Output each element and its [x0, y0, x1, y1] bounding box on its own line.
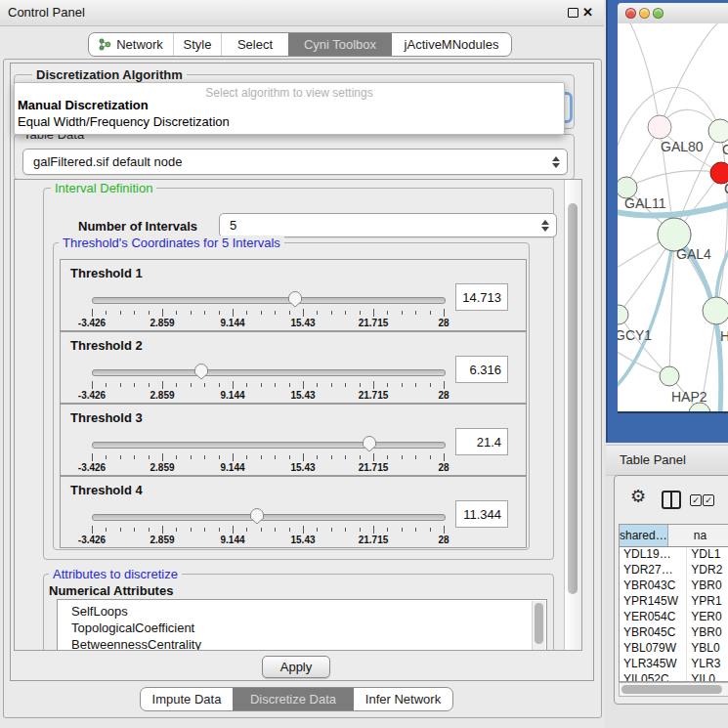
close-traffic-light-icon[interactable] [625, 8, 636, 19]
network-node[interactable] [618, 305, 628, 324]
attributes-group: Attributes to discretize Numerical Attri… [43, 574, 554, 651]
network-node[interactable] [648, 115, 671, 139]
network-canvas[interactable]: GAL80GACGAL11GAL4HGCY1HAP2 [618, 23, 728, 411]
network-window-titlebar [618, 3, 728, 24]
network-node[interactable] [660, 366, 679, 386]
column-header-shared[interactable]: shared… [620, 525, 668, 546]
tab-network-label: Network [116, 33, 163, 56]
bottom-tab-bar: Impute Data Discretize Data Infer Networ… [140, 687, 453, 711]
tab-discretize-data[interactable]: Discretize Data [233, 688, 353, 710]
popup-item-equal-width[interactable]: Equal Width/Frequency Discretization [18, 114, 230, 129]
network-icon [99, 38, 111, 51]
node-table[interactable]: shared… na YDL19…YDL1YDR27…YDR2YBR043CYB… [619, 524, 728, 682]
tab-select[interactable]: Select [221, 33, 288, 56]
popup-item-manual[interactable]: Manual Discretization [18, 98, 149, 112]
table-row[interactable]: YPR145WYPR1 [620, 594, 728, 610]
threshold-3-value[interactable]: 21.4 [455, 428, 508, 455]
apply-button[interactable]: Apply [262, 656, 330, 678]
table-data-combo[interactable]: galFiltered.sif default node [22, 149, 568, 175]
threshold-2-value[interactable]: 6.316 [455, 356, 508, 383]
attribute-list-item[interactable]: TopologicalCoefficient [58, 620, 546, 636]
network-view-window[interactable]: GAL80GACGAL11GAL4HGCY1HAP2 [606, 0, 728, 443]
stepper-icon [551, 155, 560, 169]
list-scrollbar[interactable] [532, 601, 545, 651]
network-canvas-svg: GAL80GACGAL11GAL4HGCY1HAP2 [618, 23, 728, 411]
settings-scroll-area: Interval Definition Number of Intervals … [14, 179, 582, 651]
table-body: YDL19…YDL1YDR27…YDR2YBR043CYBR0YPR145WYP… [620, 547, 728, 682]
threshold-4-slider[interactable]: -3.4262.8599.14415.4321.71528 [92, 506, 444, 541]
threshold-1-value[interactable]: 14.713 [455, 283, 508, 311]
tab-jactivemnodules[interactable]: jActiveMNodules [391, 33, 511, 56]
close-icon[interactable]: ✕ [582, 5, 593, 20]
algorithm-group-title: Discretization Algorithm [32, 67, 187, 82]
slider-handle[interactable] [193, 364, 208, 380]
algorithm-popup: Select algorithm to view settings Manual… [14, 82, 565, 135]
numerical-attributes-label: Numerical Attributes [49, 583, 173, 598]
node-label: H [720, 328, 728, 344]
control-panel-titlebar: Control Panel ✕ [0, 0, 604, 26]
threshold-3-slider[interactable]: -3.4262.8599.14415.4321.71528 [92, 434, 444, 469]
table-row[interactable]: YIL052CYIL0 [620, 672, 728, 682]
table-row[interactable]: YER054CYER0 [620, 610, 728, 625]
network-node[interactable] [708, 119, 728, 143]
control-panel: Control Panel ✕ Network Style Select Cyn… [0, 0, 604, 728]
attribute-list-item[interactable]: SelfLoops [58, 603, 546, 620]
node-label: GA [722, 142, 728, 157]
slider-handle[interactable] [287, 291, 302, 308]
checkbox-icon[interactable]: ✓ [690, 494, 702, 506]
number-of-intervals-combo[interactable]: 5 [219, 213, 557, 237]
interval-definition-group: Interval Definition Number of Intervals … [43, 188, 554, 560]
tab-style[interactable]: Style [173, 33, 221, 56]
float-window-icon[interactable] [568, 8, 578, 18]
table-header-row: shared… na [620, 525, 728, 547]
interval-definition-title: Interval Definition [51, 181, 156, 195]
node-label: GAL4 [676, 246, 711, 262]
table-row[interactable]: YLR345WYLR3 [620, 657, 728, 672]
table-panel-header: Table Panel [606, 445, 728, 476]
numerical-attributes-list[interactable]: SelfLoopsTopologicalCoefficientBetweenne… [57, 599, 547, 651]
minimize-traffic-light-icon[interactable] [639, 8, 650, 19]
top-tab-bar: Network Style Select Cyni Toolbox jActiv… [88, 32, 512, 57]
threshold-1-slider[interactable]: -3.4262.8599.14415.4321.71528 [92, 289, 444, 324]
table-row[interactable]: YBL079WYBL0 [620, 641, 728, 657]
maximize-traffic-light-icon[interactable] [653, 8, 664, 19]
thresholds-group: Threshold's Coordinates for 5 Intervals … [53, 242, 530, 550]
node-label: GCY1 [618, 327, 652, 343]
table-row[interactable]: YBR045CYBR0 [620, 625, 728, 641]
horizontal-scrollbar[interactable] [619, 682, 728, 697]
threshold-4-value[interactable]: 11.344 [455, 500, 508, 528]
table-row[interactable]: YDR27…YDR2 [620, 563, 728, 578]
tab-impute-data[interactable]: Impute Data [141, 688, 233, 710]
threshold-2-panel: Threshold 2 -3.4262.8599.14415.4321.7152… [60, 331, 527, 404]
panel-title: Control Panel [8, 0, 85, 25]
vertical-scrollbar[interactable] [564, 180, 581, 650]
threshold-2-slider[interactable]: -3.4262.8599.14415.4321.71528 [92, 362, 444, 397]
attributes-group-title: Attributes to discretize [49, 567, 182, 581]
table-panel-title: Table Panel [620, 446, 686, 475]
table-row[interactable]: YBR043CYBR0 [620, 578, 728, 594]
column-header-name[interactable]: na [668, 525, 728, 546]
column-layout-icon[interactable] [662, 491, 681, 509]
slider-handle[interactable] [363, 436, 377, 452]
node-label: HAP2 [671, 389, 707, 405]
table-row[interactable]: YDL19…YDL1 [620, 547, 728, 563]
threshold-4-panel: Threshold 4 -3.4262.8599.14415.4321.7152… [60, 476, 527, 548]
gear-icon[interactable]: ⚙ [630, 486, 646, 506]
node-label: C [724, 181, 728, 196]
tab-cyni-toolbox[interactable]: Cyni Toolbox [288, 33, 391, 56]
tab-infer-network[interactable]: Infer Network [353, 688, 452, 710]
table-data-group: Table Data galFiltered.sif default node [14, 134, 575, 180]
stepper-icon [540, 219, 549, 233]
threshold-1-panel: Threshold 1 -3.4262.8599.14415.4321.7152… [60, 259, 527, 331]
network-node[interactable] [703, 297, 728, 324]
thresholds-group-title: Threshold's Coordinates for 5 Intervals [59, 236, 284, 250]
node-label: GAL11 [624, 195, 666, 211]
node-label: GAL80 [661, 139, 704, 154]
slider-handle[interactable] [250, 508, 265, 525]
table-panel: ⚙ ✓ ✓ shared… na YDL19…YDL1YDR27…YDR2YBR… [614, 475, 728, 705]
number-of-intervals-label: Number of Intervals [78, 219, 197, 234]
threshold-3-panel: Threshold 3 -3.4262.8599.14415.4321.7152… [60, 404, 527, 476]
checkbox-icon[interactable]: ✓ [703, 494, 714, 506]
tab-network[interactable]: Network [89, 33, 173, 56]
attribute-list-item[interactable]: BetweennessCentrality [58, 636, 546, 651]
